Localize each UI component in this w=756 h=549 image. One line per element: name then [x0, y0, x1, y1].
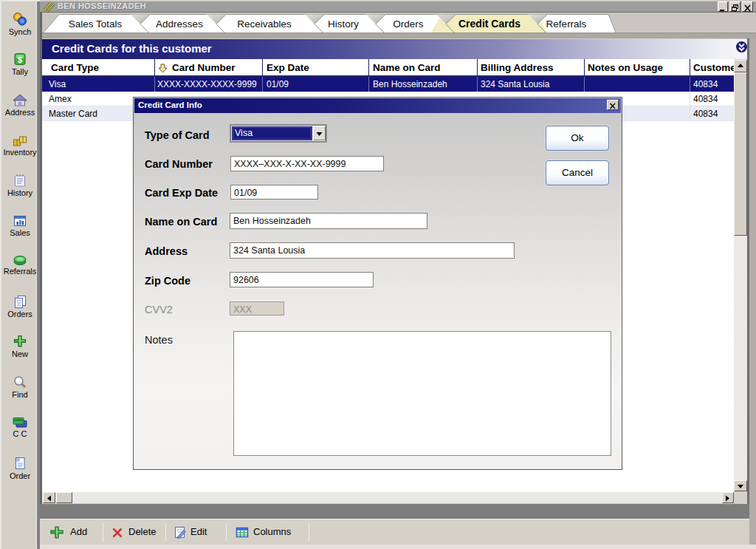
svg-text:$: $ — [18, 55, 22, 64]
svg-text:Receivables: Receivables — [237, 18, 292, 30]
svg-text:Addresses: Addresses — [156, 18, 203, 30]
svg-text:Sales Totals: Sales Totals — [69, 18, 123, 30]
svg-text:Credit Cards: Credit Cards — [458, 18, 520, 30]
svg-text:Referrals: Referrals — [546, 18, 587, 30]
svg-text:Orders: Orders — [393, 18, 424, 30]
svg-text:History: History — [328, 18, 359, 30]
